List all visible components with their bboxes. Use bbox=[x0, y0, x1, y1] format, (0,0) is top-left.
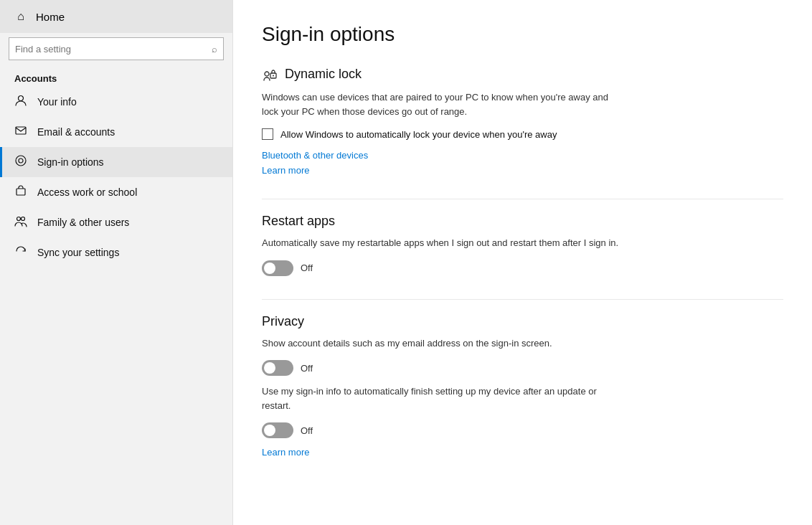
svg-point-3 bbox=[19, 159, 23, 163]
home-icon: ⌂ bbox=[14, 10, 27, 23]
sidebar-item-email-accounts[interactable]: Email & accounts bbox=[0, 117, 232, 147]
privacy-toggle1-row: Off bbox=[262, 360, 783, 376]
accounts-section-label: Accounts bbox=[0, 67, 232, 87]
privacy-toggle2[interactable] bbox=[262, 422, 293, 438]
svg-point-2 bbox=[16, 156, 26, 166]
privacy-section: Privacy Show account details such as my … bbox=[262, 314, 783, 458]
dynamic-lock-header: Dynamic lock bbox=[262, 66, 783, 82]
sign-in-icon bbox=[14, 154, 27, 170]
restart-apps-toggle-slider bbox=[262, 260, 293, 276]
sidebar-item-access-work-school[interactable]: Access work or school bbox=[0, 177, 232, 207]
sidebar-item-family-other-users-label: Family & other users bbox=[37, 217, 129, 228]
dynamic-lock-description: Windows can use devices that are paired … bbox=[262, 90, 620, 118]
svg-point-5 bbox=[17, 217, 21, 221]
privacy-toggle2-label: Off bbox=[301, 425, 313, 436]
sync-icon bbox=[14, 245, 27, 260]
restart-apps-toggle[interactable] bbox=[262, 260, 293, 276]
sidebar-item-sign-in-options-label: Sign-in options bbox=[37, 156, 104, 168]
privacy-toggle2-slider bbox=[262, 422, 293, 438]
search-input[interactable] bbox=[15, 44, 212, 55]
privacy-toggle1-description: Show account details such as my email ad… bbox=[262, 336, 620, 351]
restart-apps-title: Restart apps bbox=[262, 214, 783, 229]
dynamic-lock-title: Dynamic lock bbox=[285, 67, 362, 82]
svg-point-9 bbox=[273, 75, 274, 77]
svg-point-7 bbox=[265, 72, 269, 76]
sidebar-item-sync-settings[interactable]: Sync your settings bbox=[0, 237, 232, 268]
dynamic-lock-checkbox-row[interactable]: Allow Windows to automatically lock your… bbox=[262, 128, 783, 140]
privacy-toggle1[interactable] bbox=[262, 360, 293, 376]
svg-point-6 bbox=[22, 217, 25, 221]
sidebar-item-sync-settings-label: Sync your settings bbox=[37, 247, 119, 258]
privacy-learn-more-link[interactable]: Learn more bbox=[262, 447, 783, 458]
sidebar-item-your-info[interactable]: Your info bbox=[0, 87, 232, 117]
privacy-title: Privacy bbox=[262, 314, 783, 329]
sidebar-item-family-other-users[interactable]: Family & other users bbox=[0, 207, 232, 237]
search-box[interactable]: ⌕ bbox=[9, 37, 224, 60]
restart-apps-toggle-label: Off bbox=[301, 262, 313, 273]
restart-apps-toggle-row: Off bbox=[262, 260, 783, 276]
family-icon bbox=[14, 214, 27, 230]
sidebar-item-sign-in-options[interactable]: Sign-in options bbox=[0, 147, 232, 177]
your-info-icon bbox=[14, 94, 27, 110]
sidebar-home-label: Home bbox=[36, 11, 65, 23]
privacy-toggle2-row: Off bbox=[262, 422, 783, 438]
dynamic-lock-section: Dynamic lock Windows can use devices tha… bbox=[262, 66, 783, 176]
sidebar-home-button[interactable]: ⌂ Home bbox=[0, 0, 232, 33]
svg-rect-1 bbox=[16, 127, 26, 134]
briefcase-icon bbox=[14, 184, 27, 200]
dynamic-lock-checkbox-label: Allow Windows to automatically lock your… bbox=[280, 129, 557, 140]
privacy-toggle1-label: Off bbox=[301, 363, 313, 374]
bluetooth-devices-link[interactable]: Bluetooth & other devices bbox=[262, 150, 783, 161]
sidebar-item-access-work-school-label: Access work or school bbox=[37, 186, 137, 198]
sidebar-item-email-accounts-label: Email & accounts bbox=[37, 126, 115, 138]
sidebar: ⌂ Home ⌕ Accounts Your info Email & acco… bbox=[0, 0, 233, 525]
svg-rect-4 bbox=[16, 189, 25, 195]
sidebar-item-your-info-label: Your info bbox=[37, 96, 77, 108]
email-icon bbox=[14, 124, 27, 140]
search-icon: ⌕ bbox=[212, 44, 217, 55]
page-title: Sign-in options bbox=[262, 23, 783, 46]
dynamic-lock-icon bbox=[262, 66, 279, 82]
svg-point-0 bbox=[19, 96, 24, 101]
divider-1 bbox=[262, 199, 783, 199]
main-content: Sign-in options Dynamic lock Windows can… bbox=[233, 0, 812, 525]
privacy-toggle2-description: Use my sign-in info to automatically fin… bbox=[262, 384, 620, 412]
restart-apps-section: Restart apps Automatically save my resta… bbox=[262, 214, 783, 276]
privacy-toggle1-slider bbox=[262, 360, 293, 376]
dynamic-lock-learn-more-link[interactable]: Learn more bbox=[262, 165, 783, 176]
dynamic-lock-checkbox[interactable] bbox=[262, 128, 273, 140]
divider-2 bbox=[262, 299, 783, 300]
restart-apps-description: Automatically save my restartable apps w… bbox=[262, 236, 620, 250]
